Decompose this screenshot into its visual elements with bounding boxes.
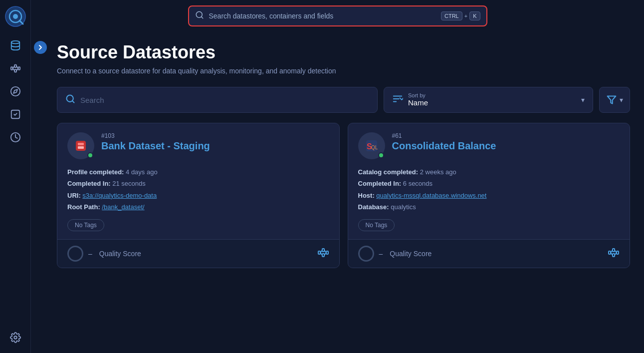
card-icon-wrap-consolidated: S QL	[358, 132, 385, 159]
svg-rect-28	[78, 146, 84, 149]
card-id-consolidated: #61	[392, 132, 620, 139]
search-box-icon	[65, 94, 75, 106]
datastore-card-consolidated[interactable]: S QL #61 Consolidated Balance	[348, 123, 631, 268]
sidebar-item-settings[interactable]	[6, 328, 25, 347]
sidebar-toggle-button[interactable]	[34, 41, 47, 54]
profile-label-consolidated: Catalog completed:	[358, 168, 419, 176]
page-subtitle: Connect to a source datastore for data q…	[57, 67, 630, 75]
profile-value-consolidated: 2 weeks ago	[420, 168, 456, 176]
score-circle-bank	[67, 246, 83, 262]
main-area: CTRL + K Source Datastores Connect to a …	[31, 0, 644, 353]
page-wrapper: Source Datastores Connect to a source da…	[31, 32, 644, 353]
host-value-consolidated[interactable]: qualytics-mssql.database.windows.net	[376, 192, 486, 199]
datastore-search-input[interactable]	[80, 96, 369, 104]
sort-chevron-icon: ▾	[581, 96, 585, 104]
sort-icon	[392, 93, 403, 106]
svg-point-13	[10, 87, 19, 96]
completed-value-bank: 21 seconds	[112, 180, 146, 187]
search-icon	[195, 10, 204, 21]
card-meta-bank: Profile completed: 4 days ago Completed …	[67, 166, 329, 213]
sidebar-item-checks[interactable]	[6, 105, 25, 124]
card-header-text-bank: #103 Bank Dataset - Staging	[101, 132, 329, 152]
svg-text:QL: QL	[371, 145, 378, 150]
profile-value-bank: 4 days ago	[126, 168, 158, 176]
plus-separator: +	[464, 13, 467, 19]
connections-icon-bank[interactable]	[317, 247, 329, 261]
card-body-bank: #103 Bank Dataset - Staging Profile comp…	[57, 123, 339, 239]
uri-label-bank: URI:	[67, 192, 81, 199]
tag-pill-bank: No Tags	[67, 219, 104, 231]
sort-text-group: Sort by Name	[408, 93, 576, 107]
topbar: CTRL + K	[31, 0, 644, 32]
card-header-bank: #103 Bank Dataset - Staging	[67, 132, 329, 159]
filter-button[interactable]: ▾	[599, 87, 630, 113]
card-header-consolidated: S QL #61 Consolidated Balance	[358, 132, 620, 159]
sort-by-value: Name	[408, 98, 576, 107]
quality-score-bank: – Quality Score	[67, 246, 141, 262]
ctrl-key: CTRL	[441, 11, 462, 20]
score-text-consolidated: Quality Score	[390, 250, 431, 258]
status-dot-consolidated	[378, 152, 384, 158]
card-tags-bank: No Tags	[67, 219, 329, 231]
tag-pill-consolidated: No Tags	[358, 219, 395, 231]
card-footer-consolidated: – Quality Score	[348, 239, 630, 268]
page-title: Source Datastores	[57, 42, 630, 63]
card-name-consolidated: Consolidated Balance	[392, 140, 620, 152]
card-icon-wrap-bank	[67, 132, 94, 159]
status-dot-bank	[87, 152, 93, 158]
svg-rect-26	[76, 141, 86, 151]
card-tags-consolidated: No Tags	[358, 219, 620, 231]
sidebar-item-explore[interactable]	[6, 82, 25, 101]
global-search-input[interactable]	[209, 12, 436, 20]
svg-point-2	[13, 14, 18, 19]
score-dash-consolidated: –	[379, 250, 383, 258]
controls-row: Sort by Name ▾ ▾	[57, 87, 630, 113]
svg-point-17	[14, 336, 17, 339]
global-search-bar[interactable]: CTRL + K	[188, 5, 487, 26]
sort-by-label: Sort by	[408, 93, 576, 98]
card-id-bank: #103	[101, 132, 329, 139]
datastore-card-bank[interactable]: #103 Bank Dataset - Staging Profile comp…	[57, 123, 340, 268]
svg-point-4	[11, 41, 19, 44]
filter-chevron-icon: ▾	[620, 96, 623, 104]
sidebar-item-connections[interactable]	[6, 59, 25, 78]
card-footer-bank: – Quality Score	[57, 239, 339, 268]
host-label-consolidated: Host:	[358, 192, 375, 199]
quality-score-consolidated: – Quality Score	[358, 246, 432, 262]
k-key: K	[469, 11, 480, 20]
keyboard-shortcut-hint: CTRL + K	[441, 11, 480, 20]
database-label-consolidated: Database:	[358, 203, 389, 211]
svg-line-21	[72, 101, 74, 103]
card-body-consolidated: S QL #61 Consolidated Balance	[348, 123, 630, 239]
connections-icon-consolidated[interactable]	[608, 247, 620, 261]
svg-rect-27	[78, 143, 84, 145]
completed-label-consolidated: Completed In:	[358, 180, 402, 187]
svg-marker-14	[13, 89, 17, 93]
root-path-label-bank: Root Path:	[67, 203, 100, 211]
profile-label-bank: Profile completed:	[67, 168, 124, 176]
sort-by-dropdown[interactable]: Sort by Name ▾	[384, 87, 593, 113]
svg-marker-25	[607, 96, 616, 104]
sidebar	[0, 0, 31, 353]
datastores-grid: #103 Bank Dataset - Staging Profile comp…	[57, 123, 630, 268]
card-name-bank: Bank Dataset - Staging	[101, 140, 329, 152]
card-meta-consolidated: Catalog completed: 2 weeks ago Completed…	[358, 166, 620, 213]
sidebar-item-datastores[interactable]	[6, 36, 25, 55]
completed-value-consolidated: 6 seconds	[403, 180, 432, 187]
root-path-value-bank[interactable]: /bank_dataset/	[102, 203, 144, 211]
sidebar-item-activity[interactable]	[6, 128, 25, 147]
score-text-bank: Quality Score	[99, 250, 141, 258]
svg-line-19	[201, 16, 203, 18]
database-value-consolidated: qualytics	[391, 203, 416, 211]
completed-label-bank: Completed In:	[67, 180, 111, 187]
datastore-search-box[interactable]	[57, 87, 378, 113]
score-circle-consolidated	[358, 246, 374, 262]
page-content: Source Datastores Connect to a source da…	[50, 32, 644, 353]
card-header-text-consolidated: #61 Consolidated Balance	[392, 132, 620, 152]
uri-value-bank[interactable]: s3a://qualytics-demo-data	[82, 192, 157, 199]
score-dash-bank: –	[88, 250, 92, 258]
app-logo[interactable]	[5, 6, 26, 27]
